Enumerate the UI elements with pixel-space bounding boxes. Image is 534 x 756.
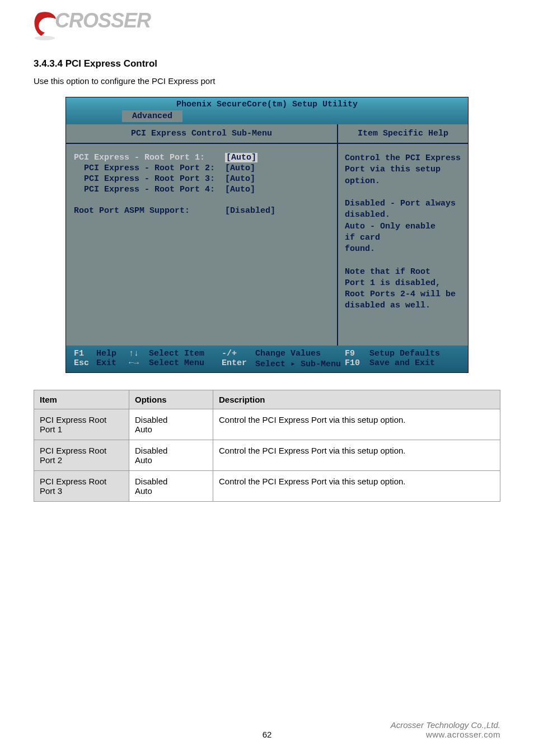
bios-row-port3[interactable]: PCI Express - Root Port 3: [Auto] (74, 174, 329, 184)
bios-row-port4[interactable]: PCI Express - Root Port 4: [Auto] (74, 185, 329, 194)
logo-icon (34, 11, 58, 36)
bios-row-value: [Auto] (225, 164, 255, 173)
label-select-menu: Select Menu (149, 358, 222, 369)
arrows-updown-icon: ↑↓ (129, 349, 149, 358)
footer-url: www.acrosser.com (391, 730, 500, 739)
bios-row-spacer (74, 195, 329, 205)
bios-left-header: PCI Express Control Sub-Menu (66, 124, 337, 144)
label-select-item: Select Item (149, 349, 222, 358)
bios-row-aspm[interactable]: Root Port ASPM Support: [Disabled] (74, 206, 329, 216)
bios-row-label: PCI Express - Root Port 3: (74, 174, 225, 184)
label-select-submenu: Select ▸ Sub-Menu (255, 358, 345, 369)
bios-screenshot: Phoenix SecureCore(tm) Setup Utility Adv… (65, 97, 469, 373)
cell-description: Control the PCI Express Port via this se… (213, 471, 500, 502)
cell-options: Disabled Auto (129, 471, 213, 502)
bios-row-value: [Auto] (225, 153, 257, 162)
cell-item: PCI Express Root Port 1 (34, 409, 129, 440)
bios-right-header: Item Specific Help (338, 124, 468, 144)
bios-footer-line2: Esc Exit ←→ Select Menu Enter Select ▸ S… (74, 358, 460, 369)
section-description: Use this option to configure the PCI Exp… (34, 76, 500, 86)
col-description: Description (213, 390, 500, 409)
logo-text: CROSSER (55, 9, 151, 32)
bios-body: PCI Express Control Sub-Menu PCI Express… (66, 124, 468, 346)
logo-text-wrap: CROSSER (58, 11, 151, 32)
bios-row-label: PCI Express - Root Port 1: (74, 153, 225, 162)
table-row: PCI Express Root Port 2 Disabled Auto Co… (34, 440, 500, 471)
table-header-row: Item Options Description (34, 390, 500, 409)
key-f9: F9 (345, 349, 369, 358)
key-esc: Esc (74, 358, 96, 369)
bios-row-value: [Disabled] (225, 206, 275, 216)
key-enter: Enter (222, 358, 255, 369)
key-minus-plus: -/+ (222, 349, 255, 358)
footer-company: Acrosser Technology Co.,Ltd. (391, 720, 500, 730)
bios-left-pane: PCI Express Control Sub-Menu PCI Express… (66, 124, 338, 346)
bios-row-value: [Auto] (225, 174, 255, 184)
bios-row-label: Root Port ASPM Support: (74, 206, 225, 216)
cell-description: Control the PCI Express Port via this se… (213, 409, 500, 440)
bios-right-pane: Item Specific Help Control the PCI Expre… (338, 124, 468, 346)
bios-settings-list: PCI Express - Root Port 1: [Auto] PCI Ex… (66, 144, 337, 346)
logo: CROSSER (34, 11, 500, 36)
col-item: Item (34, 390, 129, 409)
bios-row-port1[interactable]: PCI Express - Root Port 1: [Auto] (74, 153, 329, 162)
bios-row-value: [Auto] (225, 185, 255, 194)
page-number: 62 (263, 730, 272, 739)
table-row: PCI Express Root Port 1 Disabled Auto Co… (34, 409, 500, 440)
label-save-exit: Save and Exit (369, 358, 435, 369)
cell-options: Disabled Auto (129, 409, 213, 440)
bios-tab-row: Advanced (66, 109, 468, 124)
bios-tab-advanced[interactable]: Advanced (122, 110, 182, 122)
label-exit: Exit (96, 358, 129, 369)
label-change-values: Change Values (255, 349, 345, 358)
label-help: Help (96, 349, 129, 358)
bios-row-port2[interactable]: PCI Express - Root Port 2: [Auto] (74, 164, 329, 173)
bios-row-label: PCI Express - Root Port 4: (74, 185, 225, 194)
col-options: Options (129, 390, 213, 409)
cell-options: Disabled Auto (129, 440, 213, 471)
key-f1: F1 (74, 349, 96, 358)
bios-title: Phoenix SecureCore(tm) Setup Utility (66, 97, 468, 109)
cell-item: PCI Express Root Port 3 (34, 471, 129, 502)
cell-description: Control the PCI Express Port via this se… (213, 440, 500, 471)
bios-footer-line1: F1 Help ↑↓ Select Item -/+ Change Values… (74, 349, 460, 358)
page-footer: Acrosser Technology Co.,Ltd. www.acrosse… (391, 720, 500, 739)
cell-item: PCI Express Root Port 2 (34, 440, 129, 471)
bios-row-label: PCI Express - Root Port 2: (74, 164, 225, 173)
section-heading: 3.4.3.4 PCI Express Control (34, 58, 500, 69)
bios-help-text: Control the PCI Express Port via this se… (338, 144, 468, 321)
settings-table: Item Options Description PCI Express Roo… (34, 390, 500, 502)
svg-point-0 (35, 36, 55, 40)
bios-footer: F1 Help ↑↓ Select Item -/+ Change Values… (66, 346, 468, 372)
label-setup-defaults: Setup Defaults (369, 349, 440, 358)
key-f10: F10 (345, 358, 369, 369)
table-row: PCI Express Root Port 3 Disabled Auto Co… (34, 471, 500, 502)
arrows-leftright-icon: ←→ (129, 358, 149, 369)
